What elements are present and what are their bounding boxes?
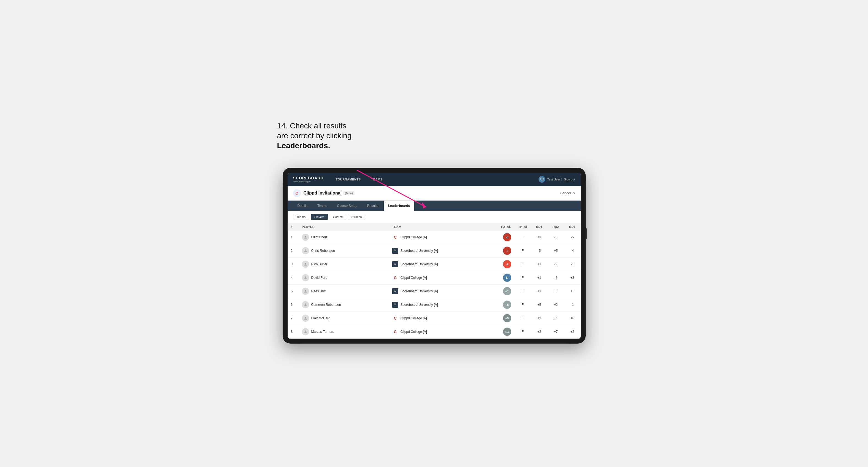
player-name: David Ford [311,276,328,280]
row-position: 1 [287,230,299,244]
tab-details[interactable]: Details [293,200,312,211]
player-name: Rich Butler [311,262,328,266]
row-player: Blair McHarg [299,311,389,325]
score-badge: -2 [503,260,511,268]
player-name: Elliot Ebert [311,235,327,239]
row-rd2: +5 [548,244,564,257]
score-badge: +11 [503,328,511,336]
row-thru: F [515,257,531,271]
app-header: SCOREBOARD Powered by clippd TOURNAMENTS… [287,173,581,186]
score-badge: E [503,274,511,282]
team-name: Scoreboard University [A] [401,303,438,307]
row-total: +11 [493,325,515,338]
row-rd2: -6 [548,230,564,244]
header-right: TU Test User | Sign out [538,176,575,183]
app-logo: SCOREBOARD Powered by clippd [293,176,324,183]
team-name: Scoreboard University [A] [401,262,438,266]
col-total: TOTAL [493,223,515,230]
row-position: 4 [287,271,299,284]
leaderboard-table: # PLAYER TEAM TOTAL THRU RD1 RD2 RD3 1El… [287,223,581,339]
tournament-logo: C [293,189,301,197]
table-row: 1Elliot EbertCClippd College [A]-8F+3-6-… [287,230,581,244]
row-total: -4 [493,244,515,257]
team-name: Clippd College [A] [401,276,427,280]
row-rd3: +6 [564,311,581,325]
player-avatar [302,274,309,281]
svg-point-5 [305,276,306,278]
row-team: CClippd College [A] [389,311,493,325]
team-logo-icon: C [392,329,398,335]
instruction-text: 14. Check all results are correct by cli… [277,121,352,151]
row-thru: F [515,244,531,257]
row-total: -8 [493,230,515,244]
team-logo-icon: C [392,234,398,240]
close-icon: ✕ [572,191,575,195]
tablet-frame: SCOREBOARD Powered by clippd TOURNAMENTS… [283,168,586,344]
team-logo-icon: C [392,275,398,281]
team-name: Clippd College [A] [401,235,427,239]
filter-scores[interactable]: Scores [330,214,346,220]
row-player: Cameron Robertson [299,298,389,311]
tab-teams[interactable]: Teams [313,200,331,211]
user-avatar: TU [538,176,545,183]
tab-leaderboards[interactable]: Leaderboards [384,200,414,211]
row-rd2: E [548,284,564,298]
filter-players[interactable]: Players [311,214,328,220]
row-thru: F [515,230,531,244]
team-name: Scoreboard University [A] [401,289,438,293]
row-rd1: +3 [531,230,548,244]
player-avatar [302,247,309,254]
table-row: 4David FordCClippd College [A]EF+1-4+3 [287,271,581,284]
filter-strokes[interactable]: Strokes [348,214,365,220]
svg-point-8 [305,317,306,318]
row-total: E [493,271,515,284]
team-name: Clippd College [A] [401,316,427,320]
row-player: Rees Britt [299,284,389,298]
col-rd2: RD2 [548,223,564,230]
svg-point-2 [305,236,306,237]
row-thru: F [515,271,531,284]
row-rd3: -1 [564,257,581,271]
row-total: +6 [493,298,515,311]
tablet-side-button [586,228,587,239]
cancel-button[interactable]: Cancel ✕ [560,191,575,195]
player-avatar [302,234,309,241]
row-team: ☰Scoreboard University [A] [389,257,493,271]
player-name: Marcus Turners [311,330,334,334]
score-badge: -8 [503,233,511,241]
team-name: Clippd College [A] [401,330,427,334]
team-logo-icon: ☰ [392,302,398,308]
sign-out-link[interactable]: Sign out [564,178,575,181]
row-position: 7 [287,311,299,325]
score-badge: +1 [503,287,511,295]
col-thru: THRU [515,223,531,230]
user-label: Test User | [547,178,562,181]
tab-course-setup[interactable]: Course Setup [333,200,362,211]
nav-teams[interactable]: TEAMS [370,178,383,181]
row-position: 5 [287,284,299,298]
table-row: 7Blair McHargCClippd College [A]+9F+2+1+… [287,311,581,325]
row-player: Chris Robertson [299,244,389,257]
row-position: 2 [287,244,299,257]
table-row: 6Cameron Robertson☰Scoreboard University… [287,298,581,311]
table-row: 2Chris Robertson☰Scoreboard University [… [287,244,581,257]
player-name: Cameron Robertson [311,303,341,307]
filter-teams[interactable]: Teams [293,214,309,220]
svg-point-3 [305,249,306,251]
row-rd3: +3 [564,271,581,284]
row-rd2: +1 [548,311,564,325]
nav-tournaments[interactable]: TOURNAMENTS [335,178,362,181]
row-rd3: E [564,284,581,298]
team-logo-icon: ☰ [392,261,398,267]
table-row: 3Rich Butler☰Scoreboard University [A]-2… [287,257,581,271]
player-avatar [302,261,309,268]
row-team: ☰Scoreboard University [A] [389,244,493,257]
row-rd1: -5 [531,244,548,257]
svg-point-7 [305,303,306,305]
row-rd3: -1 [564,298,581,311]
tab-results[interactable]: Results [363,200,383,211]
team-logo-icon: ☰ [392,248,398,254]
row-player: David Ford [299,271,389,284]
score-badge: +6 [503,301,511,309]
row-rd1: +1 [531,257,548,271]
